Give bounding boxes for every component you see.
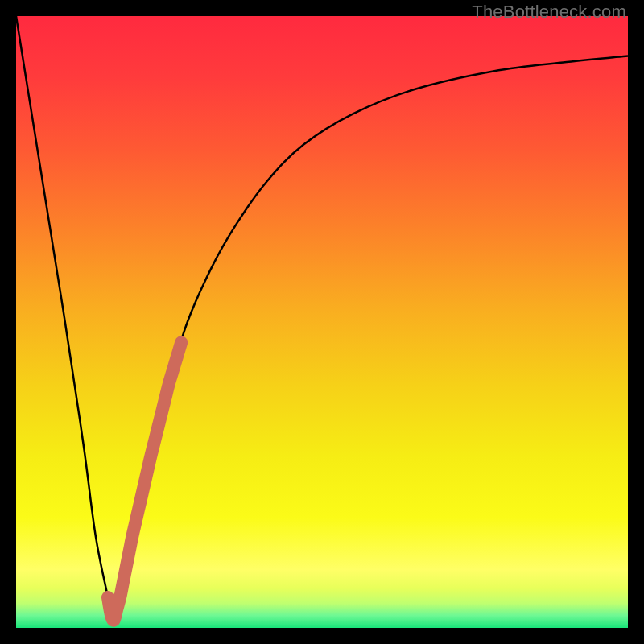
plot-area [16,16,628,628]
watermark-text: TheBottleneck.com [472,2,626,23]
chart-svg [16,16,628,628]
chart-frame: TheBottleneck.com [0,0,644,644]
bottleneck-curve [16,16,628,625]
highlight-segment [108,342,181,620]
